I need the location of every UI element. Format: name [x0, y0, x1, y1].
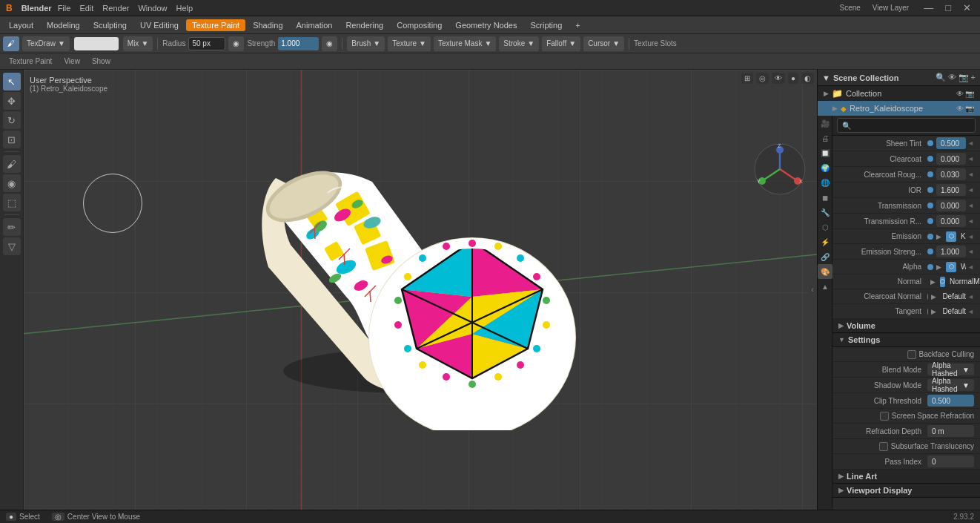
- section-settings[interactable]: ▼ Settings: [832, 333, 980, 347]
- prop-tab-output[interactable]: 🖨: [818, 131, 832, 145]
- overlay-btn[interactable]: ⊞: [741, 73, 753, 84]
- menu-help[interactable]: Help: [176, 4, 193, 13]
- sc-item-collection[interactable]: ▶ 📁 Collection 👁 📷: [818, 86, 980, 101]
- tab-add[interactable]: +: [569, 19, 586, 31]
- gizmo-btn[interactable]: ◎: [756, 73, 769, 84]
- prop-tab-render[interactable]: 🎥: [818, 116, 832, 131]
- sc-vis-render[interactable]: 📷: [965, 90, 974, 98]
- brush-selector[interactable]: Brush ▼: [347, 36, 385, 51]
- texture-mask-selector[interactable]: Texture Mask ▼: [434, 36, 496, 51]
- sst-checkbox[interactable]: [879, 442, 888, 451]
- clearcoat-rough-dot[interactable]: [927, 171, 933, 177]
- clearcoat-normal-dot[interactable]: [927, 294, 928, 300]
- sc-view-icon[interactable]: 👁: [948, 73, 956, 82]
- paint-mode-label[interactable]: Texture Paint: [6, 56, 55, 66]
- prop-tab-particles[interactable]: ⬡: [818, 220, 832, 234]
- sheen-tint-value[interactable]: 0.500: [936, 137, 966, 149]
- alpha-value[interactable]: Whitekscope_Refrac...: [958, 263, 966, 271]
- prop-tab-modifier[interactable]: 🔧: [818, 205, 832, 220]
- sc-vis-eye[interactable]: 👁: [956, 90, 964, 98]
- tab-layout[interactable]: Layout: [3, 19, 39, 31]
- prop-tab-view-layer[interactable]: 🔲: [818, 145, 832, 160]
- tool-paint[interactable]: 🖌: [3, 155, 21, 173]
- prop-tab-object[interactable]: ◼: [818, 190, 832, 205]
- normal-expand[interactable]: ▶: [930, 278, 936, 286]
- props-search-input[interactable]: [837, 118, 976, 133]
- menu-render[interactable]: Render: [102, 4, 129, 13]
- clearcoat-value[interactable]: 0.000: [936, 153, 966, 165]
- tool-smear[interactable]: ⬚: [3, 194, 21, 211]
- close-button[interactable]: ✕: [960, 2, 974, 13]
- tool-rotate[interactable]: ↻: [3, 111, 21, 129]
- sc-render-icon[interactable]: 📷: [959, 73, 969, 82]
- ssr-checkbox[interactable]: [880, 412, 889, 421]
- tab-uv-editing[interactable]: UV Editing: [134, 19, 185, 31]
- ior-dot[interactable]: [927, 187, 933, 193]
- tangent-value[interactable]: Default: [939, 307, 966, 315]
- backface-culling-checkbox[interactable]: [907, 350, 916, 359]
- viewport[interactable]: User Perspective (1) Retro_Kaleidoscope: [24, 70, 817, 510]
- sc-add-icon[interactable]: +: [971, 73, 976, 82]
- blend-mode-dropdown[interactable]: Alpha Hashed ▼: [927, 364, 974, 375]
- tab-scripting[interactable]: Scripting: [524, 19, 568, 31]
- section-volume[interactable]: ▶ Volume: [832, 319, 980, 333]
- prop-tab-scene[interactable]: 🌍: [818, 160, 832, 175]
- clearcoat-normal-value[interactable]: Default: [939, 292, 966, 300]
- emission-strength-dot[interactable]: [927, 249, 933, 254]
- shadow-mode-dropdown[interactable]: Alpha Hashed ▼: [927, 379, 974, 391]
- tab-geometry-nodes[interactable]: Geometry Nodes: [449, 19, 523, 31]
- clip-threshold-value[interactable]: 0.500: [927, 395, 974, 407]
- show-menu[interactable]: Show: [89, 56, 113, 66]
- refraction-depth-value[interactable]: 0 m: [927, 425, 974, 437]
- emission-dot[interactable]: [927, 234, 933, 240]
- section-line-art[interactable]: ▶ Line Art: [832, 470, 980, 484]
- strength-icon[interactable]: ◉: [322, 36, 337, 51]
- sc-obj-render[interactable]: 📷: [965, 105, 974, 113]
- tool-soften[interactable]: ◉: [3, 174, 21, 192]
- clearcoat-normal-expand[interactable]: ▶: [931, 293, 936, 300]
- shading-btn[interactable]: ◐: [801, 73, 814, 84]
- transmission-rough-dot[interactable]: [927, 218, 933, 224]
- minimize-button[interactable]: —: [921, 2, 936, 13]
- section-viewport-display[interactable]: ▶ Viewport Display: [832, 484, 980, 498]
- tool-measure[interactable]: ▽: [3, 237, 21, 255]
- tangent-dot[interactable]: [927, 309, 928, 315]
- sc-obj-eye[interactable]: 👁: [956, 105, 964, 113]
- transmission-value[interactable]: 0.000: [936, 200, 966, 211]
- tangent-expand[interactable]: ▶: [931, 308, 936, 315]
- color-swatch[interactable]: [74, 37, 119, 50]
- tab-compositing[interactable]: Compositing: [391, 19, 448, 31]
- render-btn[interactable]: ●: [788, 73, 798, 84]
- tool-cursor[interactable]: ↖: [3, 73, 21, 91]
- radius-icon[interactable]: ◉: [228, 36, 244, 51]
- menu-edit[interactable]: Edit: [79, 4, 93, 13]
- transmission-rough-value[interactable]: 0.000: [936, 215, 966, 227]
- view-btn[interactable]: 👁: [772, 73, 785, 84]
- pass-index-value[interactable]: 0: [927, 455, 974, 467]
- view-menu[interactable]: View: [61, 56, 83, 66]
- menu-file[interactable]: File: [58, 4, 71, 13]
- falloff-selector[interactable]: Falloff ▼: [542, 36, 580, 51]
- prop-tab-material[interactable]: 🎨: [818, 264, 832, 279]
- mode-selector[interactable]: TexDraw ▼: [22, 36, 70, 51]
- sc-filter-icon[interactable]: 🔍: [936, 73, 946, 82]
- tool-annotate[interactable]: ✏: [3, 218, 21, 236]
- prop-tab-world[interactable]: 🌐: [818, 175, 832, 190]
- tab-modeling[interactable]: Modeling: [41, 19, 86, 31]
- tool-scale[interactable]: ⊡: [3, 131, 21, 148]
- menu-window[interactable]: Window: [138, 4, 167, 13]
- alpha-dot[interactable]: [927, 264, 933, 270]
- cursor-selector[interactable]: Cursor ▼: [583, 36, 624, 51]
- emission-expand[interactable]: ▶: [936, 233, 941, 240]
- sc-item-object[interactable]: ▶ ◆ Retro_Kaleidoscope 👁 📷: [818, 101, 980, 116]
- mode-icon-btn[interactable]: 🖌: [3, 36, 19, 51]
- tab-animation[interactable]: Animation: [291, 19, 339, 31]
- transmission-dot[interactable]: [927, 203, 933, 208]
- stroke-selector[interactable]: Stroke ▼: [499, 36, 539, 51]
- maximize-button[interactable]: □: [942, 2, 954, 13]
- blend-selector[interactable]: Mix ▼: [123, 36, 153, 51]
- prop-tab-physics[interactable]: ⚡: [818, 234, 832, 249]
- prop-tab-constraints[interactable]: 🔗: [818, 249, 832, 264]
- tab-rendering[interactable]: Rendering: [340, 19, 389, 31]
- clearcoat-rough-value[interactable]: 0.030: [936, 168, 966, 180]
